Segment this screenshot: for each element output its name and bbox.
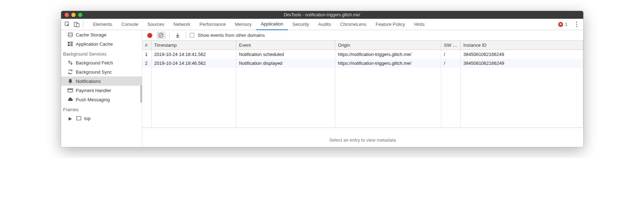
sidebar-item-background-sync[interactable]: Background Sync <box>61 67 142 76</box>
toolbar-divider <box>186 32 186 39</box>
svg-rect-6 <box>70 43 73 44</box>
col-origin[interactable]: Origin <box>335 41 441 50</box>
close-window-icon[interactable] <box>65 13 69 17</box>
table-body: 12019-10-24 14:18:41.562Notification sch… <box>142 50 583 128</box>
grid-icon <box>67 41 73 47</box>
sidebar-item-label: Push Messaging <box>76 97 110 102</box>
svg-rect-11 <box>68 89 73 92</box>
error-icon: ✕ <box>558 22 563 27</box>
tabs-bar: ElementsConsoleSourcesNetworkPerformance… <box>61 19 583 30</box>
table-header: # Timestamp Event Origin SW … Instance I… <box>142 41 583 50</box>
tab-elements[interactable]: Elements <box>89 19 117 30</box>
cell-ts: 2019-10-24 14:18:46.562 <box>152 59 236 68</box>
sidebar-item-background-fetch[interactable]: Background Fetch <box>61 58 142 67</box>
svg-rect-7 <box>68 44 70 46</box>
col-event[interactable]: Event <box>236 41 335 50</box>
tab-sources[interactable]: Sources <box>143 19 169 30</box>
devtools-window: DevTools - notification-triggers.glitch.… <box>61 11 584 147</box>
svg-rect-9 <box>70 45 73 46</box>
cell-ts: 2019-10-24 14:18:41.562 <box>152 50 236 59</box>
tab-memory[interactable]: Memory <box>230 19 256 30</box>
device-toggle-icon[interactable] <box>74 22 79 27</box>
cell-id: 3845081062166249 <box>461 59 583 68</box>
traffic-lights <box>61 13 82 17</box>
sync-icon <box>67 69 73 75</box>
maximize-window-icon[interactable] <box>78 13 82 17</box>
svg-rect-2 <box>76 23 79 27</box>
svg-rect-4 <box>68 42 70 44</box>
sidebar-item-label: Payment Handler <box>76 88 111 93</box>
tab-chromelens[interactable]: ChromeLens <box>336 19 371 30</box>
sidebar-item-cache-storage[interactable]: Cache Storage <box>61 30 142 39</box>
col-sw-scope[interactable]: SW … <box>441 41 461 50</box>
svg-rect-13 <box>77 116 81 120</box>
tab-audits[interactable]: Audits <box>314 19 336 30</box>
minimize-window-icon[interactable] <box>71 13 76 17</box>
sidebar-item-push-messaging[interactable]: Push Messaging <box>61 95 142 104</box>
more-menu-icon[interactable] <box>574 22 580 27</box>
svg-rect-8 <box>70 44 73 45</box>
cell-or: https://notification-triggers.glitch.me/ <box>335 50 441 59</box>
col-instance-id[interactable]: Instance ID <box>461 41 583 50</box>
transfer-icon <box>67 60 73 66</box>
cell-num: 2 <box>142 59 152 68</box>
tab-performance[interactable]: Performance <box>195 19 230 30</box>
sidebar-item-label: Background Fetch <box>76 60 113 66</box>
frame-icon <box>76 115 82 121</box>
svg-point-3 <box>68 33 72 34</box>
frame-label: top <box>84 116 91 121</box>
events-table: # Timestamp Event Origin SW … Instance I… <box>142 41 583 133</box>
show-other-domains-checkbox[interactable] <box>190 33 194 38</box>
sidebar-frames-label: Frames <box>61 104 142 114</box>
sidebar-item-label: Application Cache <box>76 41 113 47</box>
table-row[interactable]: 22019-10-24 14:18:46.562Notification dis… <box>142 59 583 68</box>
cell-num: 1 <box>142 50 152 59</box>
error-indicator[interactable]: ✕ 1 <box>558 22 567 27</box>
sidebar-item-notifications[interactable]: Notifications <box>61 76 142 86</box>
cloud-icon <box>67 97 73 102</box>
sidebar-section-label: Background Services <box>61 49 142 58</box>
card-icon <box>67 87 73 93</box>
cell-id: 3845081062166249 <box>461 50 583 59</box>
col-timestamp[interactable]: Timestamp <box>152 41 236 50</box>
inspect-tools <box>65 22 83 27</box>
toolbar-divider <box>169 32 170 39</box>
svg-point-10 <box>70 83 71 84</box>
col-number[interactable]: # <box>142 41 152 50</box>
cell-sw: / <box>441 50 461 59</box>
tab-hints[interactable]: Hints <box>409 19 429 30</box>
main-panel: Show events from other domains # Timesta… <box>142 30 583 147</box>
database-icon <box>67 32 73 38</box>
tab-security[interactable]: Security <box>288 19 314 30</box>
tab-console[interactable]: Console <box>117 19 143 30</box>
footer-message: Select an entry to view metadata <box>142 133 583 147</box>
sidebar-item-label: Cache Storage <box>76 32 107 38</box>
sidebar: Cache StorageApplication Cache Backgroun… <box>61 30 142 147</box>
download-button[interactable] <box>173 32 182 39</box>
panel-body: Cache StorageApplication Cache Backgroun… <box>61 30 583 147</box>
window-title: DevTools - notification-triggers.glitch.… <box>61 12 583 17</box>
tab-feature-policy[interactable]: Feature Policy <box>371 19 409 30</box>
svg-rect-5 <box>70 42 73 42</box>
svg-line-15 <box>159 34 163 37</box>
sidebar-frame-top[interactable]: ▶ top <box>61 114 142 123</box>
triangle-right-icon: ▶ <box>67 115 73 121</box>
sidebar-item-application-cache[interactable]: Application Cache <box>61 39 142 49</box>
tab-application[interactable]: Application <box>256 19 288 30</box>
clear-button[interactable] <box>156 32 166 39</box>
bell-icon <box>67 78 73 84</box>
sidebar-item-label: Notifications <box>76 79 101 84</box>
sidebar-item-payment-handler[interactable]: Payment Handler <box>61 86 142 95</box>
cell-ev: Notification displayed <box>236 59 335 68</box>
show-other-domains-label: Show events from other domains <box>198 33 265 38</box>
record-button[interactable] <box>145 32 154 39</box>
cell-ev: Notification scheduled <box>236 50 335 59</box>
toolbar: Show events from other domains <box>142 30 583 41</box>
titlebar: DevTools - notification-triggers.glitch.… <box>61 11 583 19</box>
inspect-element-icon[interactable] <box>65 22 70 27</box>
sidebar-resizer[interactable] <box>140 85 142 103</box>
table-row[interactable]: 12019-10-24 14:18:41.562Notification sch… <box>142 50 583 59</box>
tab-network[interactable]: Network <box>169 19 195 30</box>
sidebar-item-label: Background Sync <box>76 69 112 75</box>
cell-or: https://notification-triggers.glitch.me/ <box>335 59 441 68</box>
